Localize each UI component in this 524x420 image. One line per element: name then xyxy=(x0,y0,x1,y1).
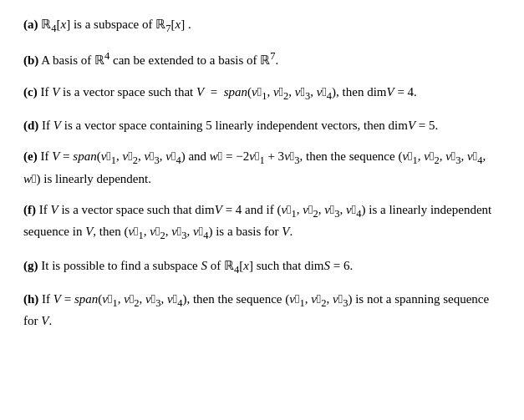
item-h-label: (h) xyxy=(23,292,38,306)
item-a-text: (a) ℝ4[x] is a subspace of ℝ7[x] . xyxy=(23,15,501,37)
item-h-text: (h) If V = span(v⃗1, v⃗2, v⃗3, v⃗4), the… xyxy=(23,290,501,331)
item-a: (a) ℝ4[x] is a subspace of ℝ7[x] . xyxy=(23,15,501,37)
item-d-label: (d) xyxy=(23,119,38,132)
item-d: (d) If V is a vector space containing 5 … xyxy=(23,116,501,135)
item-e-label: (e) xyxy=(23,149,38,163)
item-f-label: (f) xyxy=(23,203,36,216)
item-g-text: (g) It is possible to find a subspace S … xyxy=(23,256,501,278)
item-a-label: (a) xyxy=(23,18,38,31)
item-e-text: (e) If V = span(v⃗1, v⃗2, v⃗3, v⃗4) and … xyxy=(23,147,501,189)
item-f: (f) If V is a vector space such that dim… xyxy=(23,200,501,245)
item-g-label: (g) xyxy=(23,259,38,272)
content-container: (a) ℝ4[x] is a subspace of ℝ7[x] . (b) A… xyxy=(23,15,501,331)
item-e: (e) If V = span(v⃗1, v⃗2, v⃗3, v⃗4) and … xyxy=(23,147,501,189)
item-c: (c) If V is a vector space such that V =… xyxy=(23,83,501,104)
item-f-text: (f) If V is a vector space such that dim… xyxy=(23,200,501,245)
item-b: (b) A basis of ℝ4 can be extended to a b… xyxy=(23,48,501,70)
item-c-label: (c) xyxy=(23,85,38,99)
item-g: (g) It is possible to find a subspace S … xyxy=(23,256,501,278)
item-h: (h) If V = span(v⃗1, v⃗2, v⃗3, v⃗4), the… xyxy=(23,290,501,331)
item-d-text: (d) If V is a vector space containing 5 … xyxy=(23,116,501,135)
item-c-text: (c) If V is a vector space such that V =… xyxy=(23,83,501,104)
item-b-label: (b) xyxy=(23,53,38,67)
item-b-text: (b) A basis of ℝ4 can be extended to a b… xyxy=(23,48,501,70)
